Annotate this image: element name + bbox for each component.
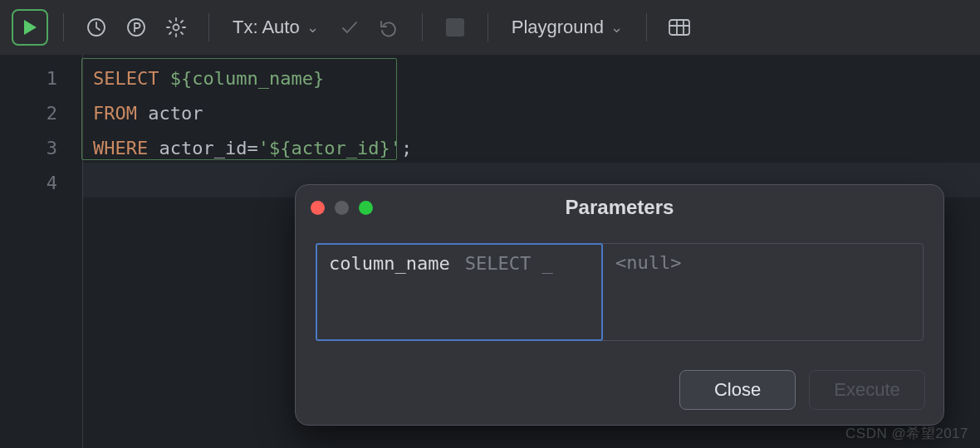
toolbar-separator: [208, 13, 209, 41]
explain-plan-button[interactable]: [119, 10, 154, 45]
history-icon: [86, 17, 107, 38]
execute-button: Execute: [809, 370, 925, 410]
gear-icon: [165, 17, 187, 38]
zoom-window-button[interactable]: [359, 201, 373, 215]
toolbar-separator: [63, 13, 64, 41]
commit-button: [332, 10, 367, 45]
table-icon: [668, 18, 691, 37]
settings-button[interactable]: [159, 10, 194, 45]
parameter-value-cell[interactable]: <null>: [602, 244, 923, 340]
svg-point-3: [174, 25, 179, 31]
rollback-button: [372, 10, 407, 45]
dialog-body: column_name SELECT _ <null>: [296, 230, 943, 341]
code-line: WHERE actor_id='${actor_id}';: [93, 131, 980, 166]
tx-mode-label: Tx: Auto: [233, 17, 300, 38]
line-number: 2: [0, 96, 57, 131]
history-button[interactable]: [79, 10, 114, 45]
svg-point-2: [128, 19, 145, 36]
minimize-window-button[interactable]: [335, 201, 349, 215]
chevron-down-icon: ⌄: [610, 18, 623, 37]
line-number: 3: [0, 131, 57, 166]
toolbar-separator: [422, 13, 423, 41]
dialog-title: Parameters: [296, 196, 943, 219]
code-line: FROM actor: [93, 96, 980, 131]
gutter: 1 2 3 4: [0, 55, 83, 448]
p-circle-icon: [125, 17, 147, 38]
session-label: Playground: [512, 17, 604, 38]
svg-marker-0: [24, 20, 37, 35]
editor-toolbar: Tx: Auto ⌄ Playground ⌄: [0, 0, 980, 55]
svg-rect-4: [669, 20, 689, 35]
line-number: 1: [0, 61, 57, 96]
parameters-dialog: Parameters column_name SELECT _ <null> C…: [295, 184, 944, 426]
watermark: CSDN @希望2017: [845, 424, 968, 443]
parameter-value-placeholder: <null>: [615, 252, 681, 273]
tx-mode-dropdown[interactable]: Tx: Auto ⌄: [224, 10, 327, 45]
parameter-name: column_name: [329, 253, 450, 274]
dialog-titlebar[interactable]: Parameters: [296, 185, 943, 230]
run-button[interactable]: [12, 9, 48, 46]
close-window-button[interactable]: [311, 201, 325, 215]
play-icon: [22, 19, 37, 36]
code-line: SELECT ${column_name}: [93, 61, 980, 96]
close-button[interactable]: Close: [679, 370, 796, 410]
stop-icon: [446, 18, 464, 37]
window-controls: [311, 201, 373, 215]
parameter-row-selected[interactable]: column_name SELECT _: [316, 243, 603, 341]
check-icon: [339, 17, 360, 38]
toolbar-separator: [646, 13, 647, 41]
dialog-buttons: Close Execute: [679, 370, 925, 410]
line-number: 4: [0, 166, 57, 201]
undo-icon: [379, 17, 400, 38]
parameters-table: column_name SELECT _ <null>: [316, 243, 924, 341]
stop-button: [438, 10, 473, 45]
table-view-button[interactable]: [662, 10, 697, 45]
session-dropdown[interactable]: Playground ⌄: [503, 10, 631, 45]
toolbar-separator: [488, 13, 488, 41]
chevron-down-icon: ⌄: [306, 18, 319, 37]
parameter-sql-fragment: SELECT _: [465, 253, 553, 274]
